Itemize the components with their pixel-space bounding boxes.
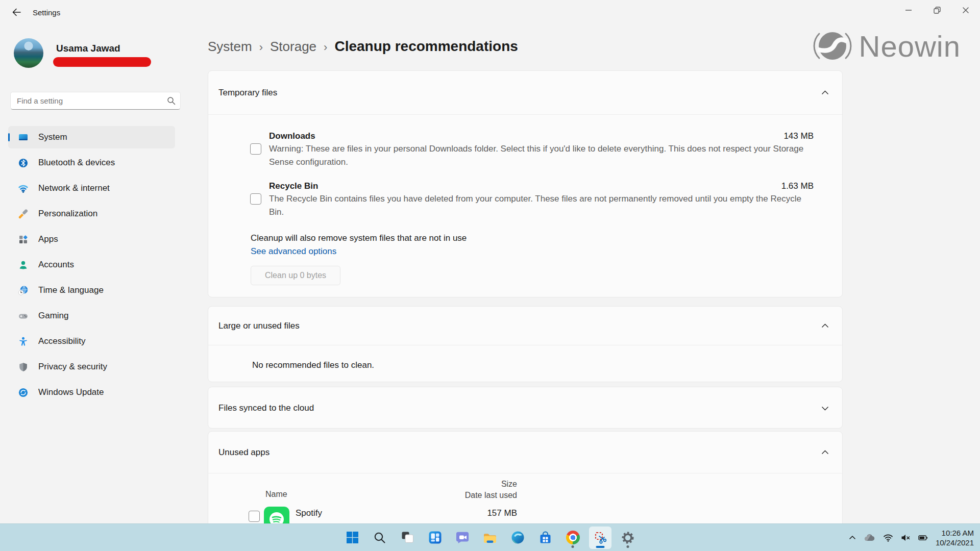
network-icon [18,183,29,194]
sidebar-item-label: Accessibility [38,336,86,346]
sidebar-item-gaming[interactable]: Gaming [8,305,175,327]
start-button[interactable] [341,527,363,549]
avatar[interactable] [14,38,43,68]
section-title: Unused apps [218,447,270,458]
onedrive-cloud-icon[interactable] [864,534,875,542]
minimize-button[interactable] [894,0,923,20]
temporary-files-footer: Cleanup will also remove system files th… [208,219,842,285]
recycle-bin-checkbox[interactable] [250,193,261,205]
sidebar-item-personalization[interactable]: Personalization [8,203,175,225]
gaming-icon [18,311,29,321]
snipping-tool-button[interactable] [589,527,611,549]
sidebar-item-label: Personalization [38,209,97,219]
unused-apps-card: Unused apps Size Date last used Name Spo… [208,431,843,523]
breadcrumb-separator: › [324,41,327,54]
battery-icon[interactable] [918,534,928,542]
minimize-icon [903,5,914,15]
section-title: Files synced to the cloud [218,403,314,413]
recycle-bin-row: Recycle Bin 1.63 MB The Recycle Bin cont… [208,169,842,219]
task-view-button[interactable] [396,527,419,549]
chat-button[interactable] [451,527,474,549]
search-input[interactable] [11,92,180,109]
column-header-date: Date last used [208,490,517,501]
sidebar-item-apps[interactable]: Apps [8,228,175,251]
settings-window: Settings Usama Jawad Syst [0,0,980,551]
sidebar-nav: System Bluetooth & devices Network & int… [0,126,181,407]
unused-apps-header[interactable]: Unused apps [208,432,842,473]
cleanup-button[interactable]: Clean up 0 bytes [251,266,340,285]
breadcrumb-system[interactable]: System [208,39,252,55]
page-title: Cleanup recommendations [334,38,518,55]
active-indicator [596,546,605,548]
restore-button[interactable] [923,0,951,20]
sidebar-item-network-internet[interactable]: Network & internet [8,177,175,199]
no-files-message: No recommended files to clean. [208,345,842,370]
tray-date: 10/24/2021 [936,538,974,547]
sidebar-item-label: Bluetooth & devices [38,158,115,168]
temporary-files-card: Temporary files Downloads 143 MB Warning… [208,70,843,297]
microsoft-store-icon [538,531,552,544]
sidebar-item-privacy-security[interactable]: Privacy & security [8,356,175,378]
breadcrumb: System › Storage › Cleanup recommendatio… [208,38,518,55]
system-tray: 10:26 AM 10/24/2021 [848,524,974,551]
taskbar: 10:26 AM 10/24/2021 [0,523,980,551]
cloud-files-header[interactable]: Files synced to the cloud [208,387,842,429]
close-icon [961,5,971,15]
temporary-files-header[interactable]: Temporary files [208,71,842,115]
search-icon [167,96,176,107]
neowin-mark-icon [811,24,854,67]
widgets-button[interactable] [424,527,446,549]
bluetooth-icon [18,158,29,168]
sidebar-item-system[interactable]: System [8,126,175,148]
sidebar-item-bluetooth-devices[interactable]: Bluetooth & devices [8,152,175,174]
sidebar-item-windows-update[interactable]: Windows Update [8,381,175,404]
microsoft-store-button[interactable] [534,527,556,549]
sidebar-item-label: System [38,132,67,142]
gear-icon [621,531,635,545]
see-advanced-options-link[interactable]: See advanced options [251,246,336,257]
snipping-tool-icon [593,531,607,545]
downloads-description: Warning: These are files in your persona… [269,142,814,169]
breadcrumb-storage[interactable]: Storage [270,39,316,55]
cloud-files-card: Files synced to the cloud [208,387,843,429]
cleanup-note: Cleanup will also remove system files th… [251,233,814,243]
main-content: System › Storage › Cleanup recommendatio… [181,24,980,523]
user-name: Usama Jawad [56,43,120,54]
downloads-row: Downloads 143 MB Warning: These are file… [208,115,842,169]
running-indicator [572,545,574,548]
sidebar: Usama Jawad System Bluetooth & devices N… [0,24,181,523]
edge-button[interactable] [506,527,529,549]
sidebar-item-time-language[interactable]: Time & language [8,279,175,302]
file-explorer-button[interactable] [479,527,501,549]
tray-chevron-up-icon[interactable] [848,534,856,542]
recycle-bin-label: Recycle Bin [269,180,318,192]
column-header-name: Name [265,490,287,499]
downloads-size: 143 MB [783,131,814,141]
downloads-checkbox[interactable] [250,143,261,155]
neowin-logo: Neowin [811,24,961,67]
taskbar-search-button[interactable] [369,527,391,549]
settings-button[interactable] [617,527,639,549]
close-button[interactable] [951,0,980,20]
chrome-button[interactable] [561,527,584,549]
time-language-icon [18,285,29,296]
sidebar-item-label: Time & language [38,285,104,295]
file-explorer-icon [483,531,497,545]
titlebar: Settings [0,0,980,24]
back-button[interactable] [7,4,26,20]
running-indicator [627,545,629,548]
windows-update-icon [18,387,29,398]
wifi-icon[interactable] [883,534,893,542]
chat-icon [456,531,470,544]
column-header-size: Size [208,479,517,490]
sidebar-item-accounts[interactable]: Accounts [8,254,175,276]
breadcrumb-separator: › [259,41,263,54]
privacy-security-icon [18,362,29,372]
chevron-up-icon [821,90,829,95]
large-files-header[interactable]: Large or unused files [208,307,842,345]
sidebar-item-accessibility[interactable]: Accessibility [8,330,175,353]
column-header-size-date: Size Date last used [208,479,517,501]
volume-muted-icon[interactable] [901,534,911,542]
recycle-bin-description: The Recycle Bin contains files you have … [269,192,814,219]
taskbar-clock[interactable]: 10:26 AM 10/24/2021 [936,528,974,547]
